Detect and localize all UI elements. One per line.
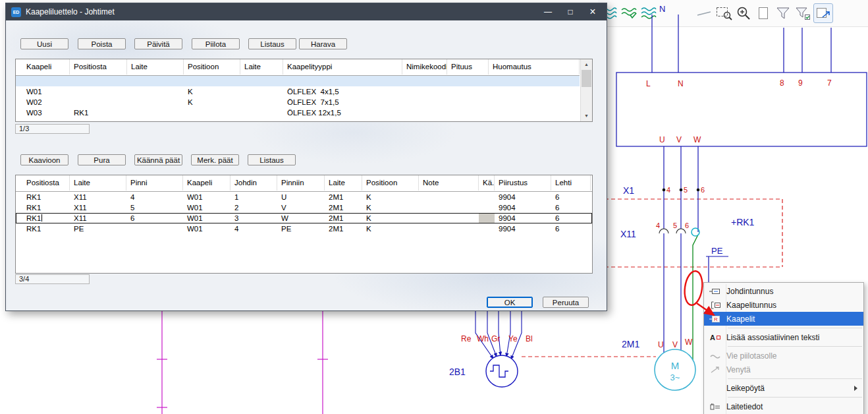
table-row[interactable]: RK1X115W012V2M1K99046 — [16, 202, 592, 213]
column-header[interactable]: Pituus — [447, 59, 489, 74]
label-motor-u: U — [658, 340, 664, 349]
column-header[interactable]: Positioon — [362, 175, 419, 191]
cell — [419, 213, 479, 223]
conductor-table-header: PositiostaLaitePinniKaapeliJohdinPinniin… — [16, 175, 592, 192]
device-info-icon — [704, 402, 726, 411]
poista-button[interactable]: Poista — [78, 38, 126, 49]
cell: W03 — [16, 107, 70, 118]
menu-item-johdintunnus[interactable]: Johdintunnus — [704, 284, 863, 298]
column-header[interactable]: Lehti — [551, 175, 591, 191]
menu-separator — [728, 378, 862, 379]
cell — [402, 76, 447, 86]
cell: W01 — [16, 86, 70, 97]
column-header[interactable]: Pinniin — [277, 175, 325, 191]
cell: 2M1 — [325, 192, 362, 202]
kaavioon-button[interactable]: Kaavioon — [20, 154, 68, 165]
menu-item-kaapelitunnus[interactable]: Kaapelitunnus — [704, 298, 863, 312]
label-7: 7 — [827, 78, 832, 88]
column-header[interactable]: Positiosta — [16, 175, 70, 191]
label-wire-ye: Ye — [508, 334, 518, 343]
cell — [283, 76, 402, 86]
column-header[interactable]: Pinni — [126, 175, 183, 191]
column-header[interactable]: Kaapeli — [16, 59, 70, 74]
column-header[interactable]: Laite — [127, 59, 184, 74]
cell: PE — [277, 223, 325, 234]
cell: 2M1 — [325, 213, 362, 223]
uusi-button[interactable]: Uusi — [20, 38, 68, 49]
column-header[interactable]: Positiosta — [70, 59, 127, 74]
table-row[interactable] — [16, 76, 580, 86]
table-row[interactable]: W01KÖLFLEX 4x1,5 — [16, 86, 580, 97]
scroll-thumb[interactable] — [582, 70, 591, 87]
table-row[interactable]: RK1PEW014PE2M1K99046 — [16, 223, 592, 234]
label-n: N — [678, 79, 684, 88]
dialog-titlebar[interactable]: ED Kaapeliluettelo - Johtimet — □ × — [6, 3, 607, 20]
menu-item-kaapelit[interactable]: R Kaapelit — [704, 312, 863, 326]
cell: 9904 — [495, 223, 551, 234]
cell — [402, 86, 447, 97]
column-header[interactable]: Nimikekoodi — [402, 59, 447, 74]
motor-m-glyph: M — [671, 360, 680, 371]
maximize-button[interactable]: □ — [559, 3, 582, 20]
cell — [240, 97, 283, 107]
scroll-up-icon[interactable]: ▲ — [581, 59, 592, 70]
menu-item-label: Leikepöytä — [726, 384, 765, 393]
cell — [447, 86, 489, 97]
table-scrollbar[interactable]: ▲ ▼ — [580, 59, 592, 121]
cell — [240, 76, 283, 86]
cancel-button[interactable]: Peruuta — [543, 297, 589, 308]
menu-item-lisaa-assosiatiivinen-teksti[interactable]: A Lisää assosiatiivinen teksti — [704, 330, 863, 344]
merk-paat-button[interactable]: Merk. päät — [191, 154, 239, 165]
listaus2-button[interactable]: Listaus — [248, 154, 296, 165]
column-header[interactable]: Kä... — [479, 175, 495, 191]
menu-item-label: Kaapelitunnus — [726, 301, 776, 310]
cell: 5 — [126, 202, 183, 213]
scroll-down-icon[interactable]: ▼ — [581, 111, 592, 121]
column-header[interactable]: Johdin — [231, 175, 277, 191]
table-row-selected[interactable]: RK1X116W013W2M1K99046 — [16, 213, 592, 223]
pura-button[interactable]: Pura — [78, 154, 126, 165]
close-button[interactable]: × — [582, 3, 604, 20]
menu-item-label: Venytä — [726, 365, 751, 374]
column-header[interactable]: Note — [419, 175, 479, 191]
table-row[interactable]: RK1X114W011U2M1K99046 — [16, 192, 592, 202]
piilota-button[interactable]: Piilota — [192, 38, 240, 49]
label-wire-gr: Gr — [491, 334, 500, 343]
menu-item-laitetiedot[interactable]: Laitetiedot — [704, 399, 863, 413]
column-header[interactable]: Kaapelityyppi — [283, 59, 402, 74]
cell: 6 — [551, 223, 591, 234]
column-header[interactable]: Laite — [325, 175, 362, 191]
table-row[interactable]: W02KÖLFLEX 7x1,5 — [16, 97, 580, 107]
column-header[interactable]: Huomautus — [489, 59, 580, 74]
cell — [479, 192, 495, 202]
cell — [127, 107, 184, 118]
column-header[interactable]: Positioon — [184, 59, 240, 74]
label-wire-bl: Bl — [526, 334, 533, 343]
cell — [479, 202, 495, 213]
column-header[interactable]: Piirustus — [495, 175, 551, 191]
listaus-button[interactable]: Listaus — [248, 38, 296, 49]
cell — [127, 76, 184, 86]
cell: PE — [70, 223, 126, 234]
harava-button[interactable]: Harava — [299, 38, 347, 49]
label-u: U — [659, 135, 665, 144]
paivita-button[interactable]: Päivitä — [134, 38, 182, 49]
label-wire-wh: Wh — [477, 334, 489, 343]
ok-button[interactable]: OK — [487, 297, 533, 308]
table-row[interactable]: W03RK1ÖLFLEX 12x1,5 — [16, 107, 580, 118]
column-header[interactable]: Laite — [240, 59, 283, 74]
menu-item-leikepoyta[interactable]: Leikepöytä — [704, 381, 863, 395]
stretch-icon — [704, 365, 726, 374]
kaanna-paat-button[interactable]: Käännä päät — [134, 154, 182, 165]
reference-lines — [157, 310, 328, 414]
conductor-table[interactable]: PositiostaLaitePinniKaapeliJohdinPinniin… — [15, 175, 593, 274]
column-header[interactable]: Laite — [70, 175, 126, 191]
cell — [184, 76, 240, 86]
minimize-button[interactable]: — — [537, 3, 559, 20]
cable-table[interactable]: KaapeliPositiostaLaitePositioonLaiteKaap… — [15, 59, 593, 122]
cell: 6 — [551, 213, 591, 223]
cell — [447, 107, 489, 118]
column-header[interactable]: Kaapeli — [183, 175, 231, 191]
cell-editing[interactable]: RK1 — [16, 213, 70, 223]
cell — [489, 86, 580, 97]
